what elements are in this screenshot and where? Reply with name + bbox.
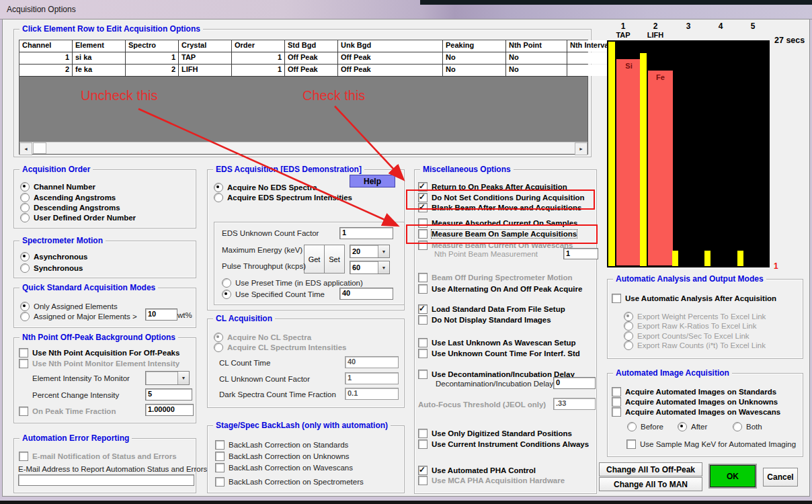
- scroll-left-icon[interactable]: ◄: [19, 142, 32, 155]
- cell[interactable]: No: [443, 65, 506, 76]
- cell[interactable]: fe ka: [73, 65, 126, 76]
- radio-ascending-angstroms[interactable]: Ascending Angstroms: [20, 192, 116, 202]
- cell[interactable]: LIFH: [179, 65, 232, 76]
- eds-factor-input[interactable]: 1: [339, 227, 393, 239]
- checkbox-do-not-set-conditions[interactable]: Do Not Set Conditions During Acquisition: [418, 192, 585, 202]
- monitor-element-dropdown[interactable]: ▼: [145, 371, 190, 385]
- radio-export-raw-counts[interactable]: Export Raw Counts (i*t) To Excel Link: [624, 340, 766, 350]
- cl-count-time-input[interactable]: 40: [345, 356, 399, 368]
- checkbox-images-unknowns[interactable]: Acquire Automated Images on Unknowns: [612, 396, 778, 407]
- cancel-button[interactable]: Cancel: [763, 468, 798, 487]
- radio-assigned-or-major[interactable]: Assigned or Major Elements >: [20, 311, 137, 321]
- radio-channel-number[interactable]: Channel Number: [20, 181, 95, 192]
- radio-no-eds-spectra[interactable]: Acquire No EDS Spectra: [214, 182, 317, 192]
- get-button[interactable]: Get: [304, 245, 325, 274]
- table-row[interactable]: 1 si ka 1 TAP 1 Off Peak Off Peak No No …: [19, 52, 587, 65]
- on-peak-fraction-input[interactable]: 1.00000: [145, 404, 194, 416]
- checkbox-unknown-count-interf[interactable]: Use Unknown Count Time For Interf. Std: [418, 348, 580, 358]
- change-all-man-button[interactable]: Change All To MAN: [599, 477, 702, 491]
- radio-user-defined-order[interactable]: User Defined Order Number: [20, 212, 136, 222]
- checkbox-no-standard-images[interactable]: Do Not Display Standard Images: [418, 314, 551, 325]
- checkbox-decontamination-delay[interactable]: Use Decontamination/Incubation Delay: [418, 369, 575, 379]
- cell[interactable]: TAP: [179, 52, 232, 64]
- checkbox-mca-pha[interactable]: Use MCA PHA Acquisition Hardware: [418, 475, 565, 485]
- max-energy-dropdown[interactable]: 20 ▼: [350, 245, 390, 258]
- checkbox-backlash-unknowns[interactable]: BackLash Correction on Unknowns: [215, 451, 350, 461]
- help-button[interactable]: Help: [350, 175, 395, 187]
- checkbox-measure-beam-on-sample[interactable]: Measure Beam On Sample Acquisitions: [418, 228, 577, 239]
- checkbox-beam-off-motion[interactable]: Beam Off During Spectrometer Motion: [418, 272, 573, 282]
- cell[interactable]: 1: [19, 52, 73, 64]
- checkbox-sample-mag-kev[interactable]: Use Sample Mag KeV for Automated Imaging: [626, 439, 796, 449]
- table-horizontal-scrollbar[interactable]: ◄ ►: [19, 142, 587, 154]
- checkbox-return-on-peaks[interactable]: Return to On Peaks After Acquisition: [418, 181, 567, 192]
- radio-synchronous[interactable]: Synchronous: [20, 263, 83, 273]
- checkbox-digitized-standard-positions[interactable]: Use Only Digitized Standard Positions: [418, 428, 572, 438]
- checkbox-email-notification[interactable]: E-mail Notification of Status and Errors: [19, 451, 177, 461]
- cell[interactable]: 1: [232, 65, 285, 76]
- pulse-throughput-dropdown[interactable]: 60 ▼: [350, 261, 390, 274]
- cell[interactable]: Off Peak: [338, 52, 443, 64]
- radio-export-weight-percents[interactable]: Export Weight Percents To Excel Link: [624, 311, 766, 321]
- cell[interactable]: No: [506, 65, 567, 76]
- checkbox-measure-absorbed-current[interactable]: Measure Absorbed Current On Samples: [418, 218, 578, 228]
- radio-descending-angstroms[interactable]: Descending Angstroms: [20, 202, 120, 212]
- nth-beam-input[interactable]: 1: [563, 248, 598, 259]
- table-row[interactable]: 2 fe ka 2 LIFH 1 Off Peak Off Peak No No…: [19, 65, 587, 77]
- radio-preset-time[interactable]: Use Preset Time (in EDS application): [222, 278, 363, 288]
- cell[interactable]: No: [506, 52, 567, 64]
- checkbox-backlash-wavescans[interactable]: BackLash Correction on Wavescans: [215, 462, 353, 472]
- ok-button[interactable]: OK: [710, 465, 756, 487]
- cell[interactable]: 2: [19, 65, 73, 76]
- percent-change-input[interactable]: 5: [145, 388, 192, 401]
- cell[interactable]: No: [443, 52, 506, 64]
- checkbox-use-nth-point[interactable]: Use Nth Point Acquisition For Off-Peaks: [19, 347, 179, 358]
- checkbox-last-unknown-wavescan[interactable]: Use Last Unknown As Wavescan Setup: [418, 337, 576, 347]
- chevron-down-icon[interactable]: ▼: [378, 245, 389, 257]
- radio-eds-intensities[interactable]: Acquire EDS Spectrum Intensities: [214, 192, 352, 202]
- chevron-down-icon[interactable]: ▼: [378, 261, 389, 274]
- cell[interactable]: si ka: [73, 52, 126, 64]
- radio-asynchronous[interactable]: Asynchronous: [20, 251, 88, 261]
- checkbox-backlash-spectrometers[interactable]: BackLash Correction on Spectrometers: [215, 476, 364, 487]
- checkbox-alternating-peaks[interactable]: Use Alternating On And Off Peak Acquire: [418, 284, 582, 294]
- checkbox-measure-beam-wavescans[interactable]: Measure Beam Current On Wavescans: [418, 240, 573, 250]
- eds-count-time-input[interactable]: 40: [339, 288, 393, 300]
- chevron-down-icon[interactable]: ▼: [177, 372, 189, 384]
- radio-export-counts-sec[interactable]: Export Counts/Sec To Excel Link: [624, 331, 749, 341]
- cell[interactable]: Off Peak: [285, 65, 338, 76]
- checkbox-images-standards[interactable]: Acquire Automated Images on Standards: [612, 386, 776, 396]
- checkbox-load-standard-data[interactable]: Load Standard Data From File Setup: [418, 304, 565, 314]
- radio-no-cl-spectra[interactable]: Acquire No CL Spectra: [214, 332, 311, 342]
- email-address-input[interactable]: [18, 474, 194, 486]
- radio-specified-count-time[interactable]: Use Specified Count Time: [222, 289, 325, 299]
- checkbox-images-wavescans[interactable]: Acquire Automated Images on Wavescans: [612, 407, 780, 417]
- cell[interactable]: 2: [126, 65, 179, 76]
- dark-spectra-input[interactable]: 0.1: [345, 388, 399, 400]
- checkbox-on-peak-fraction[interactable]: On Peak Time Fraction: [19, 406, 116, 416]
- set-button[interactable]: Set: [324, 245, 345, 274]
- autofocus-threshold-input[interactable]: .33: [553, 398, 596, 410]
- scrollbar-thumb[interactable]: [33, 142, 46, 154]
- checkbox-auto-analysis[interactable]: Use Automatic Analysis After Acquisition: [612, 293, 776, 303]
- scroll-right-icon[interactable]: ►: [575, 142, 587, 155]
- cell[interactable]: Off Peak: [285, 52, 338, 64]
- checkbox-current-conditions-always[interactable]: Use Current Instrument Conditions Always: [418, 439, 589, 449]
- radio-image-both[interactable]: Both: [733, 421, 762, 431]
- checkbox-blank-beam[interactable]: Blank Beam After Move and Acquisitions: [418, 202, 581, 212]
- checkbox-backlash-standards[interactable]: BackLash Correction on Standards: [215, 439, 348, 450]
- change-all-offpeak-button[interactable]: Change All To Off-Peak: [599, 462, 702, 476]
- radio-export-k-ratios[interactable]: Export Raw K-Ratios To Excel Link: [624, 321, 756, 331]
- radio-only-assigned[interactable]: Only Assigned Elements: [20, 301, 118, 311]
- radio-image-after[interactable]: After: [678, 421, 707, 431]
- cl-factor-input[interactable]: 1: [345, 372, 399, 384]
- checkbox-automated-pha[interactable]: Use Automated PHA Control: [418, 465, 536, 475]
- major-percent-input[interactable]: 10: [145, 308, 177, 321]
- cell[interactable]: 1: [232, 52, 285, 64]
- cell[interactable]: 1: [126, 52, 179, 64]
- radio-image-before[interactable]: Before: [627, 421, 663, 431]
- radio-cl-intensities[interactable]: Acquire CL Spectrum Intensities: [214, 342, 346, 352]
- decon-delay-input[interactable]: 0: [553, 377, 596, 389]
- cell[interactable]: Off Peak: [338, 65, 443, 76]
- checkbox-nth-monitor[interactable]: Use Nth Point Monitor Element Intensity: [19, 358, 179, 368]
